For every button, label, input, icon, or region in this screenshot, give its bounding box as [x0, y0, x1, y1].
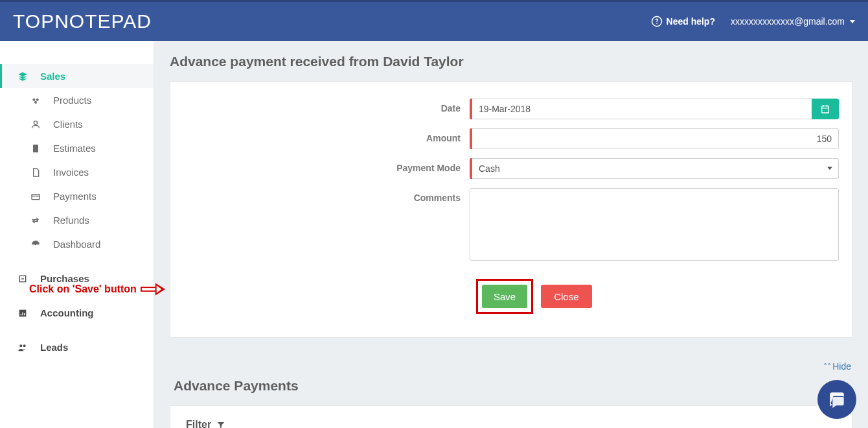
button-row: Click on 'Save' button Save Close: [170, 279, 852, 314]
svg-rect-17: [822, 106, 829, 113]
filter-label-row[interactable]: Filter: [186, 419, 836, 428]
chat-icon: [827, 389, 847, 410]
layers-icon: [17, 71, 29, 82]
user-email-label: xxxxxxxxxxxxxx@gmail.com: [731, 16, 845, 27]
user-menu[interactable]: xxxxxxxxxxxxxx@gmail.com: [731, 16, 855, 27]
payment-mode-label: Payment Mode: [170, 158, 470, 173]
sidebar-item-estimates[interactable]: Estimates: [0, 136, 154, 160]
sidebar-item-invoices[interactable]: Invoices: [0, 160, 154, 184]
svg-rect-14: [24, 313, 25, 315]
filter-icon: [216, 420, 225, 428]
page-title: Advance payment received from David Tayl…: [154, 41, 868, 81]
chevron-down-icon: [850, 20, 855, 23]
top-header: TOPNOTEPAD Need help? xxxxxxxxxxxxxx@gma…: [0, 0, 868, 41]
leads-icon: [17, 342, 29, 353]
form-card: Date Amount: [170, 81, 852, 338]
save-highlight-frame: Save: [476, 279, 533, 314]
svg-rect-12: [21, 314, 21, 315]
close-button[interactable]: Close: [541, 285, 591, 308]
svg-point-4: [34, 121, 37, 124]
logo: TOPNOTEPAD: [13, 10, 152, 32]
amount-control: [470, 128, 839, 149]
sidebar-label: Leads: [40, 342, 68, 353]
sidebar-item-leads[interactable]: Leads: [0, 335, 154, 359]
main-wrapper: Sales Products Clients Estimates Invoice…: [0, 41, 868, 428]
estimates-icon: [30, 143, 41, 154]
comments-textarea[interactable]: [470, 188, 839, 261]
sidebar-label: Accounting: [40, 307, 94, 318]
dashboard-icon: [30, 239, 41, 250]
refunds-icon: [30, 215, 41, 226]
sidebar-item-payments[interactable]: Payments: [0, 184, 154, 208]
sidebar-item-accounting[interactable]: Accounting: [0, 301, 154, 325]
sidebar: Sales Products Clients Estimates Invoice…: [0, 41, 154, 428]
svg-rect-5: [33, 145, 38, 152]
date-picker-button[interactable]: [812, 99, 839, 119]
sidebar-item-sales[interactable]: Sales: [0, 64, 154, 88]
filter-card: Filter: [170, 405, 852, 428]
content-area: Advance payment received from David Tayl…: [154, 41, 868, 428]
need-help-label: Need help?: [667, 16, 715, 27]
annotation: Click on 'Save' button: [29, 283, 165, 296]
sidebar-label: Clients: [53, 119, 83, 130]
annotation-text: Click on 'Save' button: [29, 283, 137, 295]
sidebar-label: Invoices: [53, 167, 89, 178]
invoices-icon: [30, 167, 41, 178]
accounting-icon: [17, 308, 29, 318]
sidebar-label: Estimates: [53, 143, 96, 154]
amount-input[interactable]: [472, 128, 839, 149]
svg-point-3: [34, 101, 37, 103]
filter-text: Filter: [186, 419, 211, 428]
sidebar-item-products[interactable]: Products: [0, 88, 154, 112]
svg-rect-6: [32, 194, 40, 199]
svg-point-1: [32, 98, 35, 101]
form-row-comments: Comments: [170, 188, 852, 261]
sidebar-label: Products: [53, 95, 91, 106]
svg-point-2: [36, 98, 39, 101]
svg-point-8: [35, 243, 37, 245]
sidebar-item-clients[interactable]: Clients: [0, 112, 154, 136]
date-label: Date: [170, 99, 470, 113]
date-control: [470, 99, 839, 119]
section-title-advance-payments: Advance Payments: [154, 374, 868, 405]
save-button[interactable]: Save: [482, 285, 527, 308]
form-row-amount: Amount: [170, 128, 852, 149]
svg-point-16: [23, 344, 26, 347]
sidebar-item-dashboard[interactable]: Dashboard: [0, 232, 154, 256]
chevron-up-icon: ˄˄: [823, 363, 831, 372]
sidebar-label: Payments: [53, 191, 97, 202]
hide-link[interactable]: ˄˄Hide: [154, 353, 868, 374]
payments-icon: [30, 191, 41, 202]
form-row-payment-mode: Payment Mode Cash: [170, 158, 852, 179]
products-icon: [30, 95, 41, 106]
arrow-icon: [141, 283, 165, 296]
sidebar-item-refunds[interactable]: Refunds: [0, 208, 154, 232]
svg-rect-13: [22, 312, 23, 315]
payment-mode-control: Cash: [470, 158, 839, 179]
amount-label: Amount: [170, 128, 470, 143]
purchases-icon: [17, 274, 29, 284]
sidebar-label: Dashboard: [53, 239, 100, 250]
svg-point-15: [19, 344, 22, 347]
comments-label: Comments: [170, 188, 470, 203]
payment-mode-select[interactable]: Cash: [472, 158, 839, 179]
sidebar-label: Refunds: [53, 215, 89, 226]
svg-rect-22: [142, 288, 155, 291]
form-row-date: Date: [170, 99, 852, 119]
calendar-icon: [820, 104, 830, 114]
clients-icon: [30, 119, 41, 130]
help-icon: [651, 16, 663, 27]
comments-control: [470, 188, 839, 261]
chat-widget[interactable]: [817, 380, 856, 419]
header-right: Need help? xxxxxxxxxxxxxx@gmail.com: [651, 16, 855, 27]
sidebar-label: Sales: [40, 71, 65, 82]
date-input[interactable]: [472, 99, 812, 119]
need-help-link[interactable]: Need help?: [651, 16, 715, 27]
